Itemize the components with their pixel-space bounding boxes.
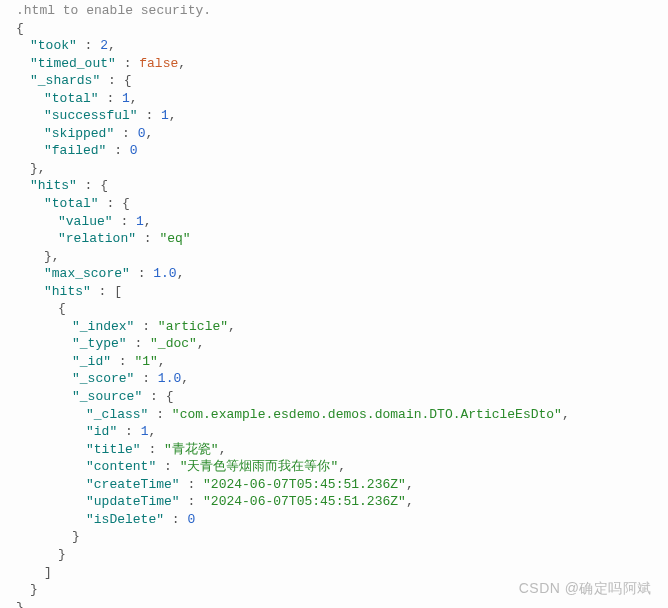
hits-item-brace-close: } <box>58 547 66 562</box>
val-timed-out: false <box>139 56 178 71</box>
key-title: "title" <box>86 442 141 457</box>
key-id: "_id" <box>72 354 111 369</box>
key-shards-skipped: "skipped" <box>44 126 114 141</box>
val-is-delete: 0 <box>187 512 195 527</box>
val-hits-total-relation: "eq" <box>159 231 190 246</box>
key-max-score: "max_score" <box>44 266 130 281</box>
val-id: "1" <box>134 354 157 369</box>
key-type: "_type" <box>72 336 127 351</box>
key-hits-total-value: "value" <box>58 214 113 229</box>
root-brace-close: } <box>16 600 24 608</box>
val-index: "article" <box>158 319 228 334</box>
val-shards-failed: 0 <box>130 143 138 158</box>
source-brace-close: } <box>72 529 80 544</box>
top-comment: .html to enable security. <box>16 3 211 18</box>
key-create-time: "createTime" <box>86 477 180 492</box>
hits-total-brace-close: } <box>44 249 52 264</box>
val-content: "天青色等烟雨而我在等你" <box>180 459 339 474</box>
hits-brace-close: } <box>30 582 38 597</box>
key-hits: "hits" <box>30 178 77 193</box>
key-shards: "_shards" <box>30 73 100 88</box>
key-score: "_score" <box>72 371 134 386</box>
val-score: 1.0 <box>158 371 181 386</box>
hits-arr-bracket-close: ] <box>44 565 52 580</box>
brace-open: { <box>16 21 24 36</box>
shards-brace-close: } <box>30 161 38 176</box>
key-shards-successful: "successful" <box>44 108 138 123</box>
key-content: "content" <box>86 459 156 474</box>
val-shards-successful: 1 <box>161 108 169 123</box>
key-index: "_index" <box>72 319 134 334</box>
json-code-block: .html to enable security. { "took" : 2, … <box>0 0 668 608</box>
val-create-time: "2024-06-07T05:45:51.236Z" <box>203 477 406 492</box>
val-max-score: 1.0 <box>153 266 176 281</box>
key-timed-out: "timed_out" <box>30 56 116 71</box>
watermark: CSDN @确定吗阿斌 <box>519 579 652 598</box>
hits-item-brace-open: { <box>58 301 66 316</box>
val-hits-total-value: 1 <box>136 214 144 229</box>
val-title: "青花瓷" <box>164 442 219 457</box>
key-took: "took" <box>30 38 77 53</box>
key-hits-total: "total" <box>44 196 99 211</box>
val-update-time: "2024-06-07T05:45:51.236Z" <box>203 494 406 509</box>
key-class: "_class" <box>86 407 148 422</box>
val-took: 2 <box>100 38 108 53</box>
key-update-time: "updateTime" <box>86 494 180 509</box>
key-shards-total: "total" <box>44 91 99 106</box>
val-type: "_doc" <box>150 336 197 351</box>
val-class: "com.example.esdemo.demos.domain.DTO.Art… <box>172 407 562 422</box>
key-source: "_source" <box>72 389 142 404</box>
key-hits-arr: "hits" <box>44 284 91 299</box>
key-shards-failed: "failed" <box>44 143 106 158</box>
key-is-delete: "isDelete" <box>86 512 164 527</box>
key-src-id: "id" <box>86 424 117 439</box>
val-shards-total: 1 <box>122 91 130 106</box>
key-hits-total-relation: "relation" <box>58 231 136 246</box>
